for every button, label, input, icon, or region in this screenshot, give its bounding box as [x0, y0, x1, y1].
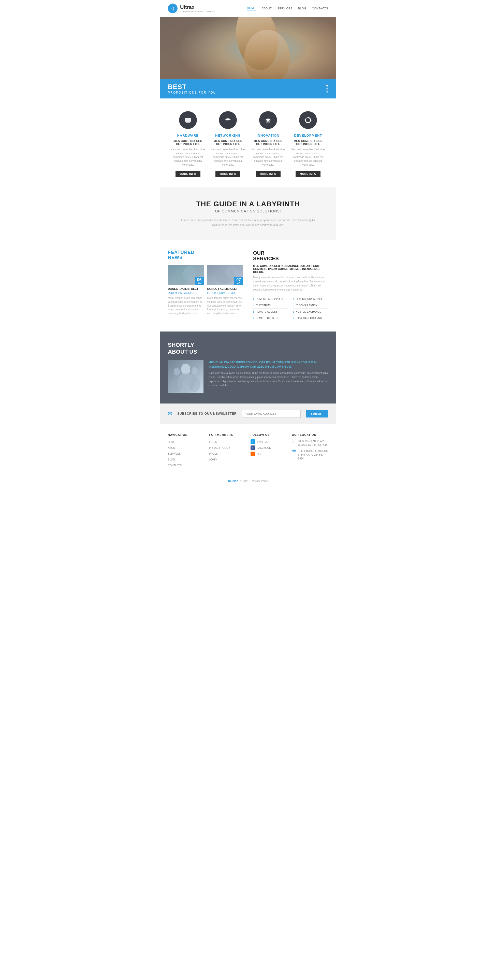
feature-hardware: HARDWARE MES CUML DIA SED CET INGER LOT.…: [168, 111, 208, 177]
feature-desc-1: Nam justo ante, hendrerit vitae aliqua c…: [211, 148, 246, 167]
logo-icon: ⟨⟩: [168, 3, 178, 13]
services-title: OURSERVICES: [253, 250, 328, 261]
footer-nav-services[interactable]: SERVICES: [168, 452, 181, 455]
footer-location-title: OUR LOCATION: [292, 433, 328, 436]
nav-home[interactable]: HOME: [247, 6, 256, 10]
nav-services[interactable]: SERVICES: [277, 7, 292, 10]
service-item-0[interactable]: COMPUTER SUPPORT: [253, 296, 288, 302]
feature-subtitle-3: MES CUML DIA SED CET INGER LOT.: [291, 139, 326, 146]
footer-member-2[interactable]: PAGES: [209, 452, 218, 455]
footer-rss-link[interactable]: ⟩ RSS: [251, 452, 287, 456]
main-nav: HOME ABOUT SERVICES BLOG CONTACTS: [247, 6, 328, 10]
hero-dot-3[interactable]: [326, 91, 328, 92]
footer-telephone: ☎ TELEPHONE: +1 012 345 6784 FAX: +1 234…: [292, 449, 328, 460]
footer-year: © 2014: [240, 480, 248, 482]
feature-development: DEVELOPMENT MES CUML DIA SED CET INGER L…: [288, 111, 328, 177]
services-desc: Nam justo ante pulvinar dui dui lorem. N…: [253, 275, 328, 292]
footer-privacy-link[interactable]: | Privacy Policy: [251, 480, 268, 482]
hero-dot-2[interactable]: [326, 88, 328, 89]
feature-title-1: NETWORKING: [211, 134, 246, 137]
hero-section: BEST PROPOSITIONS FOR YOU: [160, 17, 336, 99]
news-card-link-0[interactable]: LOREM IPSUM DOLORE: [168, 291, 197, 294]
footer-nav-col: NAVIGATION HOME ABOUT SERVICES BLOG CONT…: [168, 433, 204, 469]
footer-bottom: ULTRAX © 2014 | Privacy Policy: [168, 476, 328, 482]
footer-nav-contacts[interactable]: CONTACTS: [168, 464, 181, 467]
footer-twitter-link[interactable]: t TWITTER: [251, 439, 287, 444]
nav-blog[interactable]: BLOG: [298, 7, 307, 10]
site-header: ⟨⟩ Ultrax Communication Company HOME ABO…: [160, 0, 336, 17]
about-section: SHORTLY ABOUT US: [160, 331, 336, 404]
site-footer: NAVIGATION HOME ABOUT SERVICES BLOG CONT…: [160, 424, 336, 487]
newsletter-input[interactable]: [242, 410, 300, 418]
more-info-btn-1[interactable]: MORE INFO: [215, 171, 240, 177]
news-services-section: FEATURED NEWS: [160, 240, 336, 331]
more-info-btn-2[interactable]: MORE INFO: [256, 171, 281, 177]
news-date-0: 06 JA: [195, 277, 204, 285]
service-item-5[interactable]: IT CONSULTANCY: [293, 302, 328, 309]
svg-point-2: [244, 30, 290, 86]
news-card-title-0: DONEC FACILISI ULET: [168, 287, 204, 290]
service-item-4[interactable]: BLACKBERRY MOBILE: [293, 296, 328, 302]
news-card-0: 06 JA DONEC FACILISI ULET LOREM IPSUM DO…: [168, 265, 204, 315]
service-item-3[interactable]: REMOTE DESKTOP: [253, 315, 288, 321]
logo[interactable]: ⟨⟩ Ultrax Communication Company: [168, 3, 217, 13]
guide-section: THE GUIDE IN A LABYRINTH OF COMMUNICATIO…: [160, 187, 336, 240]
feature-innovation: INNOVATION MES CUML DIA SED CET INGER LO…: [248, 111, 288, 177]
nav-contacts[interactable]: CONTACTS: [312, 7, 328, 10]
logo-text-area: Ultrax Communication Company: [180, 4, 217, 13]
feature-subtitle-0: MES CUML DIA SED CET INGER LOT.: [170, 139, 205, 146]
footer-facebook-link[interactable]: f FACEBOOK: [251, 445, 287, 450]
nav-about[interactable]: ABOUT: [261, 7, 272, 10]
footer-nav-home[interactable]: HOME: [168, 441, 175, 444]
facebook-label: FACEBOOK: [257, 447, 271, 449]
feature-title-2: INNOVATION: [251, 134, 286, 137]
guide-subtitle: OF COMMUNICATION SOLUTIONS!: [168, 209, 328, 213]
footer-nav-about[interactable]: ABOUT: [168, 447, 176, 449]
hero-dot-1[interactable]: [326, 85, 328, 86]
footer-columns: NAVIGATION HOME ABOUT SERVICES BLOG CONT…: [168, 433, 328, 469]
news-date-1: 07 JA: [234, 277, 243, 285]
more-info-btn-0[interactable]: MORE INFO: [175, 171, 200, 177]
footer-member-3[interactable]: ADMIN: [209, 458, 218, 461]
guide-title: THE GUIDE IN A LABYRINTH: [168, 200, 328, 208]
svg-point-22: [189, 377, 200, 392]
news-card-link-1[interactable]: LOREM IPSUM DOLORE: [207, 291, 237, 294]
hero-caption: BEST PROPOSITIONS FOR YOU: [160, 79, 336, 99]
feature-networking: NETWORKING MES CUML DIA SED CET INGER LO…: [208, 111, 248, 177]
logo-brand: Ultrax: [180, 4, 195, 10]
services-list-1: COMPUTER SUPPORT IT SYSTEMS REMOTE ACCES…: [253, 296, 288, 321]
service-item-2[interactable]: REMOTE ACCESS: [253, 309, 288, 315]
footer-members-col: FOR MEMBERS LOGIN PRIVACY POLICY PAGES A…: [209, 433, 246, 469]
feature-title-3: DEVELOPMENT: [291, 134, 326, 137]
svg-point-19: [174, 368, 180, 375]
networking-icon: [219, 111, 237, 129]
feature-desc-0: Nam justo ante, hendrerit vitae aliqua c…: [170, 148, 205, 167]
rss-label: RSS: [257, 453, 262, 455]
news-card-text-1: Morbi tempor quam maecenas volutpat curi…: [207, 296, 243, 315]
service-item-7[interactable]: DATA WAREHOUSING: [293, 315, 328, 321]
more-info-btn-3[interactable]: MORE INFO: [296, 171, 321, 177]
svg-rect-3: [185, 118, 191, 122]
footer-location-col: OUR LOCATION ⌂ 90 W. VINCENT PLACE GLASG…: [292, 433, 328, 469]
guide-desc: Lorem nunc nunc pulvinar dui dui lorem. …: [177, 218, 319, 227]
footer-member-0[interactable]: LOGIN: [209, 441, 217, 444]
hero-best-label: BEST: [168, 83, 216, 91]
innovation-icon: [259, 111, 277, 129]
hero-caption-text: BEST PROPOSITIONS FOR YOU: [168, 83, 216, 94]
svg-rect-5: [186, 123, 190, 123]
newsletter-submit-btn[interactable]: SUBMIT: [306, 410, 328, 417]
address-text: 90 W. VINCENT PLACE GLASGOW, EG 66 FR 44: [298, 439, 328, 447]
footer-nav-blog[interactable]: BLOG: [168, 458, 175, 461]
footer-member-1[interactable]: PRIVACY POLICY: [209, 447, 230, 449]
service-item-6[interactable]: HOSTED EXCHANGE: [293, 309, 328, 315]
svg-point-21: [192, 367, 198, 375]
feature-subtitle-2: MES CUML DIA SED CET INGER LOT.: [251, 139, 286, 146]
news-card-1: 07 JA DONEC FACILISI ULET LOREM IPSUM DO…: [207, 265, 243, 315]
services-column: OURSERVICES MES CUML DIA SED INENIASINGE…: [253, 250, 328, 321]
logo-tagline: Communication Company: [180, 10, 217, 13]
footer-address: ⌂ 90 W. VINCENT PLACE GLASGOW, EG 66 FR …: [292, 439, 328, 447]
news-img-1: 07 JA: [207, 265, 243, 285]
service-item-1[interactable]: IT SYSTEMS: [253, 302, 288, 309]
footer-members-title: FOR MEMBERS: [209, 433, 246, 436]
about-text-col: MES CUML DIA SED INENIASGIN DOLORE IPSUM…: [208, 360, 328, 393]
